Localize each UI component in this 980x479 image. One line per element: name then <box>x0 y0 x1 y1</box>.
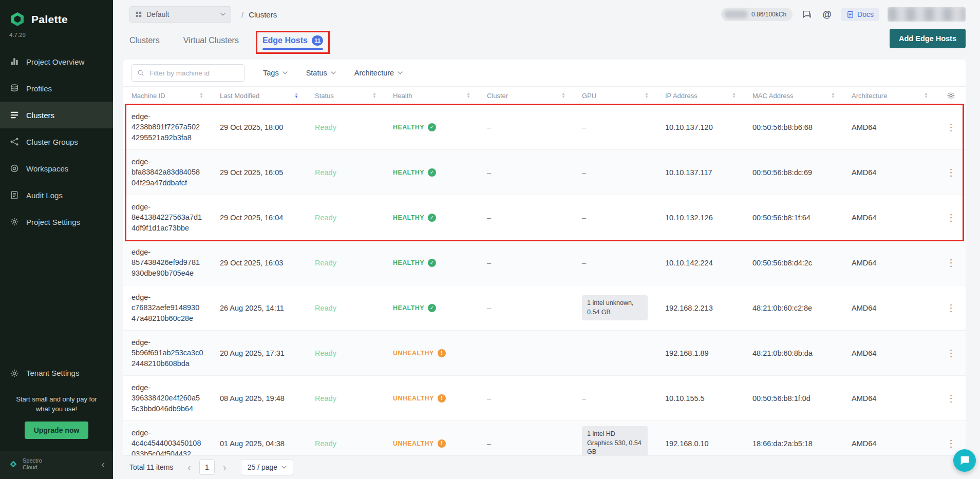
brand: Palette <box>0 0 113 30</box>
cell-machine-id: edge-bfa83842a83d8405804f29a47ddbafcf <box>123 150 212 195</box>
docs-link[interactable]: Docs <box>841 8 879 21</box>
filter-bar: TagsStatusArchitecture <box>123 60 966 86</box>
next-page-button[interactable]: › <box>223 462 227 472</box>
cell-gpu: – <box>574 195 657 240</box>
health-label: HEALTHY <box>393 304 424 312</box>
cell-cluster: – <box>479 331 574 375</box>
chevron-down-icon <box>398 71 403 74</box>
status-ready-label: Ready <box>315 349 336 357</box>
kebab-menu-icon[interactable]: ⋮ <box>944 437 959 450</box>
cell-cluster: – <box>479 150 574 195</box>
health-label: HEALTHY <box>393 259 424 266</box>
cell-machine-id: edge-396338420e4f260a55c3bbd046db9b64 <box>123 376 212 420</box>
sidebar-item-label: Project Settings <box>26 218 80 226</box>
add-edge-hosts-button[interactable]: Add Edge Hosts <box>890 29 966 48</box>
table-row[interactable]: edge-bfa83842a83d8405804f29a47ddbafcf29 … <box>123 150 966 195</box>
unhealthy-warning-icon: ! <box>438 349 446 357</box>
pagination: ‹ 1 › <box>187 459 226 475</box>
kebab-menu-icon[interactable]: ⋮ <box>944 392 959 405</box>
overview-icon <box>10 57 19 66</box>
column-header-cluster[interactable]: Cluster▲▼ <box>479 87 574 104</box>
sidebar-item-tenant-settings[interactable]: Tenant Settings <box>0 360 113 387</box>
kebab-menu-icon[interactable]: ⋮ <box>944 166 959 179</box>
filter-dropdown-status[interactable]: Status <box>306 69 336 77</box>
column-header-architecture[interactable]: Architecture▲▼ <box>843 87 936 104</box>
cell-gpu: 1 intel unknown, 0.54 GB <box>574 285 657 330</box>
table-row[interactable]: edge-396338420e4f260a55c3bbd046db9b6408 … <box>123 376 966 421</box>
page-size-select[interactable]: 25 / page <box>241 459 293 475</box>
kebab-menu-icon[interactable]: ⋮ <box>944 121 959 134</box>
table-row[interactable]: edge-857438426ef9d9781930dbe90b705e4e29 … <box>123 240 966 285</box>
project-selector[interactable]: Default <box>129 6 231 23</box>
column-header-label: MAC Address <box>752 92 793 100</box>
column-header-label: Cluster <box>487 92 508 100</box>
column-header-mac-address[interactable]: MAC Address▲▼ <box>744 87 843 104</box>
filter-dropdowns: TagsStatusArchitecture <box>263 69 403 77</box>
sidebar-item-project-settings[interactable]: Project Settings <box>0 208 113 235</box>
column-header-ip-address[interactable]: IP Address▲▼ <box>657 87 744 104</box>
kebab-menu-icon[interactable]: ⋮ <box>944 347 959 360</box>
cell-last-modified: 01 Aug 2025, 04:38 <box>212 421 307 455</box>
page-number-button[interactable]: 1 <box>199 459 215 475</box>
cell-machine-id: edge-c76832aefe914893047a48210b60c28e <box>123 285 212 330</box>
cell-machine-id: edge-5b96f691ab253ca3c02448210b608bda <box>123 331 212 375</box>
health-label: HEALTHY <box>393 124 424 131</box>
tab-virtual-clusters[interactable]: Virtual Clusters <box>183 35 239 53</box>
sidebar-item-audit-logs[interactable]: Audit Logs <box>0 182 113 208</box>
column-header-health[interactable]: Health▲▼ <box>385 87 479 104</box>
sidebar-item-project-overview[interactable]: Project Overview <box>0 48 113 75</box>
filter-dropdown-tags[interactable]: Tags <box>263 69 288 77</box>
column-header-last-modified[interactable]: Last Modified▲▼ <box>212 87 307 104</box>
health-label: UNHEALTHY <box>393 440 434 447</box>
cell-health: HEALTHY✓ <box>385 285 479 330</box>
sidebar-item-label: Project Overview <box>26 58 84 66</box>
cell-machine-id: edge-4238b891f7267a5024295521a92b3fa8 <box>123 105 212 149</box>
previous-page-button[interactable]: ‹ <box>187 462 191 472</box>
table-row[interactable]: edge-4238b891f7267a5024295521a92b3fa829 … <box>123 105 966 150</box>
edge-hosts-table-card: TagsStatusArchitecture Machine ID▲▼Last … <box>123 60 966 455</box>
sort-icon: ▲▼ <box>924 92 928 99</box>
kebab-menu-icon[interactable]: ⋮ <box>944 301 959 315</box>
filter-dropdown-architecture[interactable]: Architecture <box>354 69 403 77</box>
column-header-gpu[interactable]: GPU▲▼ <box>574 87 657 104</box>
upgrade-button[interactable]: Upgrade now <box>25 421 89 439</box>
table-row[interactable]: edge-8e41384227563a7d14df9f1d1ac73bbe29 … <box>123 195 966 240</box>
column-settings-gear-icon[interactable] <box>936 87 966 104</box>
tab-clusters[interactable]: Clusters <box>129 35 160 53</box>
gpu-chip: 1 intel HD Graphics 530, 0.54 GB <box>582 426 648 455</box>
chat-fab-button[interactable] <box>953 449 976 472</box>
sidebar-item-profiles[interactable]: Profiles <box>0 75 113 102</box>
kebab-menu-icon[interactable]: ⋮ <box>944 211 959 224</box>
search-input[interactable] <box>148 69 239 78</box>
column-header-machine-id[interactable]: Machine ID▲▼ <box>123 87 212 104</box>
cell-mac-address: 00:50:56:b8:dc:69 <box>744 150 843 195</box>
mention-icon[interactable]: @ <box>821 9 833 20</box>
cell-status: Ready <box>307 195 385 240</box>
sidebar-item-clusters[interactable]: Clusters <box>0 102 113 128</box>
table-row[interactable]: edge-4c4c4544003450108033b5c04f50443201 … <box>123 421 966 455</box>
table-row[interactable]: edge-c76832aefe914893047a48210b60c28e26 … <box>123 285 966 331</box>
chat-icon[interactable] <box>801 9 813 20</box>
cell-status: Ready <box>307 150 385 195</box>
kebab-menu-icon[interactable]: ⋮ <box>944 256 959 270</box>
cell-health: UNHEALTHY! <box>385 376 479 420</box>
status-ready-label: Ready <box>315 214 336 222</box>
column-header-status[interactable]: Status▲▼ <box>307 87 385 104</box>
cell-architecture: AMD64 <box>843 105 936 149</box>
breadcrumb[interactable]: Clusters <box>249 10 277 19</box>
breadcrumb-separator: / <box>241 10 243 19</box>
sort-icon: ▲▼ <box>199 92 203 99</box>
collapse-sidebar-button[interactable]: ‹ <box>101 459 105 469</box>
tab-edge-hosts[interactable]: Edge Hosts11 <box>262 35 323 53</box>
sort-icon: ▲▼ <box>645 92 649 99</box>
cell-gpu: – <box>574 105 657 149</box>
version-label: 4.7.29 <box>0 30 113 48</box>
cell-cluster: – <box>479 376 574 420</box>
status-ready-label: Ready <box>315 168 336 177</box>
sidebar-item-workspaces[interactable]: Workspaces <box>0 155 113 182</box>
cell-architecture: AMD64 <box>843 331 936 375</box>
sidebar-item-cluster-groups[interactable]: Cluster Groups <box>0 128 113 155</box>
cell-last-modified: 29 Oct 2025, 16:05 <box>212 150 307 195</box>
column-header-label: IP Address <box>665 92 698 100</box>
table-row[interactable]: edge-5b96f691ab253ca3c02448210b608bda20 … <box>123 331 966 376</box>
